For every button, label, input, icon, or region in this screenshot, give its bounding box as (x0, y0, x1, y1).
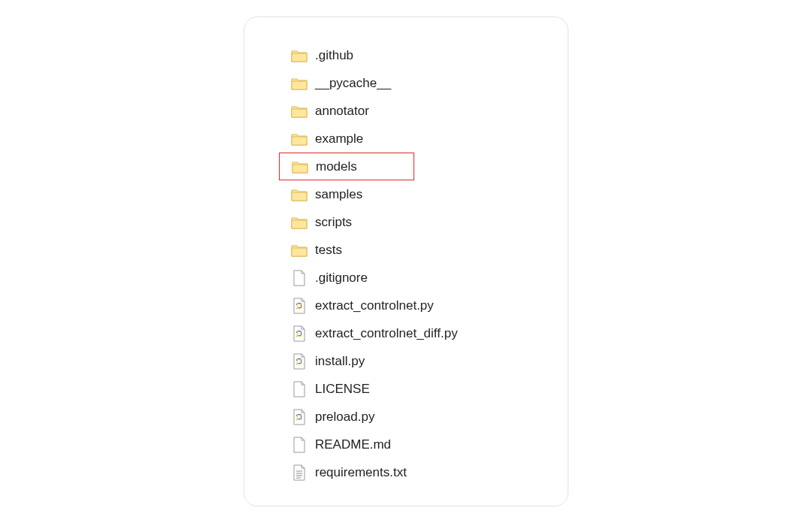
file-name-label: README.md (315, 437, 391, 452)
file-row[interactable]: __pycache__ (286, 69, 554, 97)
file-row[interactable]: preload.py (286, 403, 554, 431)
file-row[interactable]: LICENSE (286, 375, 554, 403)
file-row[interactable]: example (286, 125, 554, 153)
file-row[interactable]: models (279, 153, 414, 180)
file-row[interactable]: requirements.txt (286, 458, 554, 486)
text-file-icon (291, 464, 308, 481)
file-name-label: requirements.txt (315, 465, 407, 480)
file-row[interactable]: extract_controlnet.py (286, 292, 554, 319)
file-name-label: models (316, 159, 357, 174)
file-name-label: extract_controlnet_diff.py (315, 326, 458, 341)
file-row[interactable]: samples (286, 180, 554, 208)
folder-icon (291, 186, 308, 203)
file-name-label: install.py (315, 354, 365, 369)
file-icon (291, 381, 308, 398)
file-browser-panel: .github__pycache__annotatorexamplemodels… (244, 17, 568, 506)
file-name-label: preload.py (315, 410, 374, 425)
folder-icon (291, 47, 308, 64)
file-name-label: .github (315, 48, 353, 63)
file-row[interactable]: install.py (286, 347, 554, 375)
folder-icon (291, 103, 308, 119)
folder-icon (292, 159, 308, 175)
file-row[interactable]: extract_controlnet_diff.py (286, 319, 554, 347)
file-name-label: __pycache__ (315, 76, 391, 91)
folder-icon (291, 214, 308, 231)
file-list: .github__pycache__annotatorexamplemodels… (286, 41, 554, 486)
file-icon (291, 270, 308, 286)
file-name-label: scripts (315, 215, 352, 230)
file-name-label: samples (315, 187, 362, 202)
file-name-label: LICENSE (315, 382, 370, 397)
file-name-label: extract_controlnet.py (315, 298, 434, 313)
python-file-icon (291, 409, 308, 425)
folder-icon (291, 242, 308, 258)
python-file-icon (291, 298, 308, 314)
file-row[interactable]: .github (286, 41, 554, 69)
file-name-label: example (315, 132, 363, 147)
file-name-label: tests (315, 243, 342, 258)
folder-icon (291, 75, 308, 92)
python-file-icon (291, 353, 308, 370)
file-row[interactable]: annotator (286, 97, 554, 125)
file-row[interactable]: tests (286, 236, 554, 264)
file-icon (291, 437, 308, 453)
file-name-label: .gitignore (315, 271, 368, 286)
folder-icon (291, 131, 308, 147)
file-row[interactable]: scripts (286, 208, 554, 236)
file-name-label: annotator (315, 104, 369, 119)
file-row[interactable]: README.md (286, 431, 554, 458)
python-file-icon (291, 325, 308, 342)
file-row[interactable]: .gitignore (286, 264, 554, 292)
